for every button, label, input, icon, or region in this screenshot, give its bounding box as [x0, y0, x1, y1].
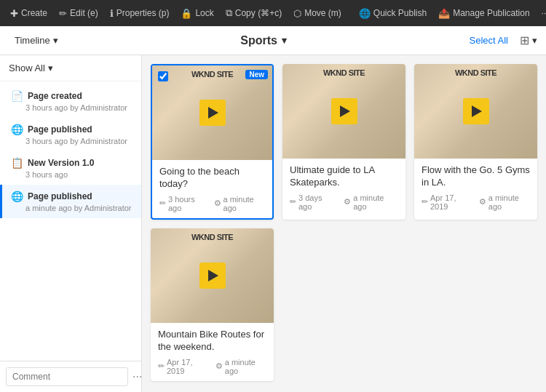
chevron-down-icon: ▾: [282, 35, 287, 46]
copy-icon: ⧉: [226, 7, 232, 19]
sync-icon: ⚙: [479, 197, 486, 207]
sync-date: ⚙ a minute ago: [479, 193, 530, 211]
timeline-label: Timeline: [15, 35, 50, 46]
more-options-button[interactable]: ···: [132, 370, 142, 383]
site-label: WKND SITE: [323, 68, 365, 77]
timeline-item[interactable]: 🌐 Page published 3 hours ago by Administ…: [0, 118, 141, 151]
main-layout: Show All ▾ 📄 Page created 3 hours ago by…: [0, 55, 546, 392]
sync-icon: ⚙: [214, 199, 221, 208]
toolbar: ✚ Create ✏ Edit (e) ℹ Properties (p) 🔒 L…: [0, 0, 546, 26]
globe-icon: 🌐: [359, 8, 371, 19]
card-image: WKND SITE: [282, 64, 405, 159]
pencil-icon: ✏: [290, 197, 296, 207]
edit-button[interactable]: ✏ Edit (e): [55, 5, 103, 22]
secondary-toolbar: Timeline ▾ Sports ▾ Select All ⊞ ▾: [0, 26, 546, 55]
version-icon: 📋: [11, 157, 23, 169]
play-icon: [472, 105, 482, 117]
timeline-button[interactable]: Timeline ▾: [9, 32, 64, 49]
grid-view-icon: ⊞: [520, 33, 529, 47]
card-meta: ✏ 3 hours ago ⚙ a minute ago: [159, 195, 265, 212]
card-checkbox[interactable]: [158, 71, 168, 84]
sidebar: Show All ▾ 📄 Page created 3 hours ago by…: [0, 55, 142, 392]
card-image: WKND SITE: [151, 228, 274, 323]
page-title: Sports ▾: [70, 34, 458, 47]
copy-button[interactable]: ⧉ Copy (⌘+c): [221, 4, 286, 22]
timeline-item[interactable]: 📋 New Version 1.0 3 hours ago: [0, 151, 141, 185]
play-button[interactable]: [199, 263, 226, 289]
site-label: WKND SITE: [455, 68, 496, 77]
edit-date: ✏ 3 hours ago: [159, 195, 207, 212]
card-title: Flow with the Go. 5 Gyms in LA.: [422, 164, 530, 189]
manage-publication-button[interactable]: 📤 Manage Publication: [434, 5, 534, 22]
publish-icon: 📤: [438, 8, 450, 19]
quick-publish-button[interactable]: 🌐 Quick Publish: [355, 5, 431, 22]
lock-button[interactable]: 🔒 Lock: [176, 5, 218, 22]
sync-date: ⚙ a minute ago: [215, 358, 266, 375]
lock-icon: 🔒: [181, 8, 192, 19]
edit-date: ✏ Apr 17, 2019: [422, 193, 472, 211]
chevron-down-icon: ▾: [53, 35, 58, 46]
cards-grid: New WKND SITE Going to the beach today?: [151, 64, 537, 220]
play-button[interactable]: [463, 98, 489, 124]
card-title: Going to the beach today?: [159, 166, 265, 191]
edit-date: ✏ Apr 17, 2019: [158, 358, 208, 375]
show-all-button[interactable]: Show All ▾: [0, 55, 141, 81]
move-icon: ⬡: [293, 8, 301, 19]
more-button[interactable]: ···: [537, 5, 546, 21]
page-icon: 📄: [11, 90, 23, 102]
play-icon: [340, 105, 350, 117]
new-badge: New: [245, 70, 268, 79]
select-all-button[interactable]: Select All: [464, 32, 514, 49]
pencil-icon: ✏: [159, 199, 166, 208]
comment-box: ···: [0, 361, 141, 392]
play-button[interactable]: [199, 100, 226, 126]
card-image: WKND SITE: [152, 65, 272, 160]
create-button[interactable]: ✚ Create: [6, 5, 52, 22]
sync-date: ⚙ a minute ago: [214, 195, 265, 212]
sync-date: ⚙ a minute ago: [344, 193, 398, 211]
chevron-down-icon: ▾: [532, 35, 537, 46]
play-button[interactable]: [331, 98, 357, 124]
edit-date: ✏ 3 days ago: [290, 193, 336, 211]
sync-icon: ⚙: [344, 197, 351, 207]
cards-grid-bottom: WKND SITE Mountain Bike Routes for the w…: [151, 228, 537, 381]
play-icon: [208, 107, 218, 119]
globe-icon: 🌐: [11, 124, 23, 135]
select-checkbox[interactable]: [158, 71, 168, 81]
pencil-icon: ✏: [422, 197, 428, 207]
site-label: WKND SITE: [191, 233, 233, 241]
pencil-icon: ✏: [158, 361, 165, 371]
card-3[interactable]: WKND SITE Flow with the Go. 5 Gyms in LA…: [414, 64, 537, 220]
timeline-item-active[interactable]: 🌐 Page published a minute ago by Adminis…: [0, 185, 141, 218]
card-meta: ✏ Apr 17, 2019 ⚙ a minute ago: [422, 193, 530, 211]
properties-button[interactable]: ℹ Properties (p): [106, 5, 174, 22]
site-label: WKND SITE: [191, 70, 233, 79]
globe-icon: 🌐: [11, 191, 23, 202]
card-title: Mountain Bike Routes for the weekend.: [158, 329, 266, 353]
timeline-item[interactable]: 📄 Page created 3 hours ago by Administra…: [0, 84, 141, 118]
move-button[interactable]: ⬡ Move (m): [289, 5, 346, 22]
play-icon: [208, 270, 218, 281]
view-toggle[interactable]: ⊞ ▾: [520, 33, 537, 47]
comment-input[interactable]: [6, 367, 128, 386]
card-4[interactable]: WKND SITE Mountain Bike Routes for the w…: [151, 228, 274, 381]
timeline-items: 📄 Page created 3 hours ago by Administra…: [0, 81, 141, 361]
chevron-down-icon: ▾: [48, 63, 53, 73]
create-icon: ✚: [10, 8, 18, 19]
edit-icon: ✏: [59, 8, 67, 19]
card-image: WKND SITE: [414, 64, 537, 159]
info-icon: ℹ: [110, 8, 114, 19]
card-meta: ✏ Apr 17, 2019 ⚙ a minute ago: [158, 358, 266, 375]
content-area: New WKND SITE Going to the beach today?: [142, 55, 546, 392]
sync-icon: ⚙: [215, 361, 223, 371]
card-title: Ultimate guide to LA Skateparks.: [290, 164, 398, 189]
card-1[interactable]: New WKND SITE Going to the beach today?: [151, 64, 274, 220]
card-2[interactable]: WKND SITE Ultimate guide to LA Skatepark…: [282, 64, 405, 220]
card-meta: ✏ 3 days ago ⚙ a minute ago: [290, 193, 398, 211]
